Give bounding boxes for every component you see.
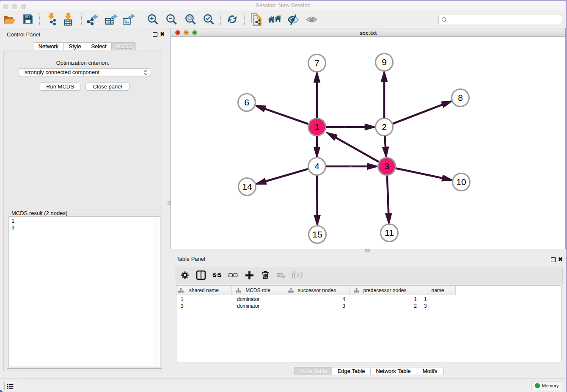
svg-text:2: 2: [382, 122, 387, 132]
svg-text:6: 6: [244, 97, 249, 107]
svg-text:f(x): f(x): [292, 271, 303, 279]
svg-text:3: 3: [384, 161, 389, 171]
svg-text:9: 9: [382, 57, 387, 67]
svg-text:14: 14: [242, 182, 252, 191]
svg-text:11: 11: [385, 228, 394, 237]
svg-text:15: 15: [312, 229, 322, 239]
svg-text:4: 4: [314, 161, 319, 171]
svg-text:1: 1: [314, 122, 319, 132]
svg-text:7: 7: [314, 58, 319, 68]
svg-text:scc: scc: [350, 165, 352, 167]
svg-text:10: 10: [456, 177, 466, 187]
svg-text:8: 8: [458, 93, 463, 102]
svg-text:scc: scc: [344, 126, 347, 128]
